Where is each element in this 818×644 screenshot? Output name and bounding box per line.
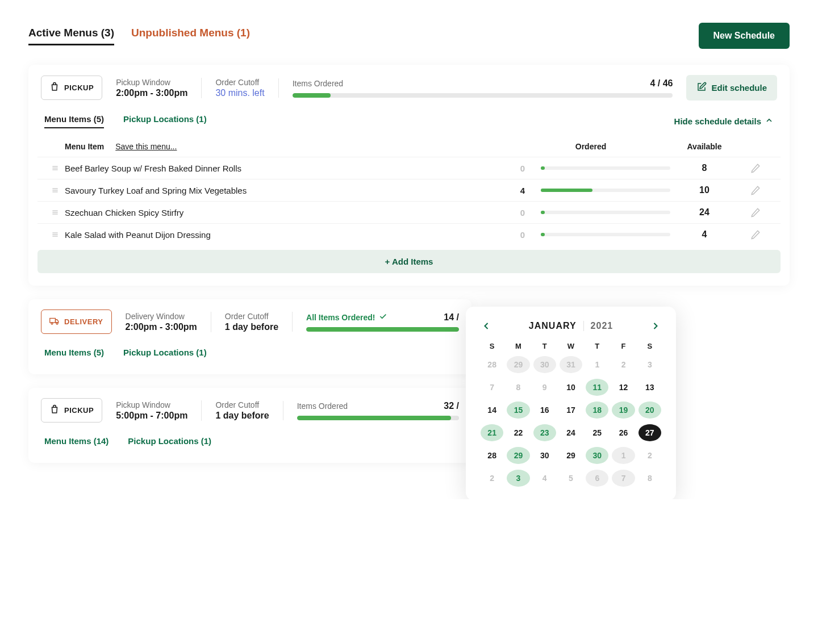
subnav-pickup-locations[interactable]: Pickup Locations (1) <box>128 436 211 449</box>
window-label: Pickup Window <box>116 400 187 409</box>
save-menu-link[interactable]: Save this menu... <box>115 142 177 151</box>
calendar-day[interactable]: 24 <box>560 424 582 441</box>
items-ordered-block: Items Ordered 32 / <box>283 401 459 420</box>
th-menu-item: Menu Item <box>65 142 104 151</box>
items-ordered-label: Items Ordered <box>293 79 343 88</box>
calendar-day[interactable]: 29 <box>507 447 529 464</box>
calendar-day[interactable]: 12 <box>612 379 635 396</box>
calendar-day[interactable]: 1 <box>612 447 635 464</box>
svg-point-13 <box>51 323 53 324</box>
window-label: Pickup Window <box>116 78 187 87</box>
ordered-value: 4 <box>511 186 534 195</box>
calendar-day[interactable]: 21 <box>481 424 503 441</box>
card-subnav: Menu Items (5) Pickup Locations (1) Hide… <box>28 110 790 136</box>
calendar-day[interactable]: 25 <box>586 424 608 441</box>
calendar-month: JANUARY <box>529 321 577 331</box>
calendar-day[interactable]: 30 <box>533 447 556 464</box>
calendar-grid: SMTWTFS282930311237891011121314151617181… <box>481 342 661 487</box>
calendar-day[interactable]: 29 <box>507 356 529 373</box>
calendar-day[interactable]: 30 <box>586 447 608 464</box>
calendar-day[interactable]: 20 <box>638 402 661 419</box>
calendar-day[interactable]: 9 <box>533 379 556 396</box>
add-items-button[interactable]: + Add Items <box>37 250 781 273</box>
window-value: 2:00pm - 3:00pm <box>116 88 187 98</box>
cutoff-label: Order Cutoff <box>225 312 278 321</box>
drag-handle-icon[interactable] <box>45 164 65 172</box>
calendar-day[interactable]: 4 <box>533 470 556 487</box>
calendar-day[interactable]: 8 <box>638 470 661 487</box>
calendar-day[interactable]: 18 <box>586 402 608 419</box>
calendar-day[interactable]: 2 <box>481 470 503 487</box>
drag-handle-icon[interactable] <box>45 208 65 216</box>
calendar-day[interactable]: 28 <box>481 356 503 373</box>
calendar-title: JANUARY 2021 <box>529 321 613 331</box>
menu-item-name: Szechuan Chicken Spicy Stirfry <box>65 208 511 218</box>
table-row: Szechuan Chicken Spicy Stirfry024 <box>37 201 781 223</box>
calendar-day[interactable]: 13 <box>638 379 661 396</box>
calendar-day[interactable]: 26 <box>612 424 635 441</box>
tab-unpublished-menus[interactable]: Unpublished Menus (1) <box>131 27 250 45</box>
subnav-menu-items[interactable]: Menu Items (5) <box>44 114 104 128</box>
tab-active-menus[interactable]: Active Menus (3) <box>28 27 114 45</box>
items-ordered-count: 14 / <box>444 312 459 323</box>
calendar-day[interactable]: 17 <box>560 402 582 419</box>
calendar-day[interactable]: 27 <box>638 424 661 441</box>
schedule-card-pickup-2: PICKUP Pickup Window 5:00pm - 7:00pm Ord… <box>28 388 471 463</box>
cutoff-label: Order Cutoff <box>215 78 264 87</box>
schedule-summary: DELIVERY Delivery Window 2:00pm - 3:00pm… <box>28 299 471 343</box>
calendar-day[interactable]: 3 <box>507 470 529 487</box>
lower-cards: DELIVERY Delivery Window 2:00pm - 3:00pm… <box>28 299 471 463</box>
calendar-prev-button[interactable] <box>481 320 492 332</box>
calendar-day[interactable]: 6 <box>586 470 608 487</box>
calendar-dow: S <box>638 342 661 350</box>
calendar-day[interactable]: 2 <box>612 356 635 373</box>
items-ordered-count: 4 / 46 <box>650 78 673 89</box>
calendar-day[interactable]: 2 <box>638 447 661 464</box>
calendar-day[interactable]: 14 <box>481 402 503 419</box>
hide-schedule-details[interactable]: Hide schedule details <box>674 116 774 127</box>
edit-row-icon[interactable] <box>738 207 773 218</box>
items-ordered-count: 32 / <box>444 401 459 411</box>
available-value: 8 <box>670 163 738 173</box>
new-schedule-button[interactable]: New Schedule <box>699 23 790 49</box>
calendar-day[interactable]: 3 <box>638 356 661 373</box>
edit-schedule-button[interactable]: Edit schedule <box>686 75 777 101</box>
edit-row-icon[interactable] <box>738 185 773 195</box>
subnav-pickup-locations[interactable]: Pickup Locations (1) <box>123 348 207 361</box>
calendar-day[interactable]: 31 <box>560 356 582 373</box>
calendar-day[interactable]: 16 <box>533 402 556 419</box>
calendar-day[interactable]: 23 <box>533 424 556 441</box>
calendar-day[interactable]: 5 <box>560 470 582 487</box>
calendar-dow: S <box>481 342 503 350</box>
edit-row-icon[interactable] <box>738 163 773 173</box>
calendar-day[interactable]: 11 <box>586 379 608 396</box>
calendar-day[interactable]: 22 <box>507 424 529 441</box>
subnav-menu-items[interactable]: Menu Items (5) <box>44 348 104 361</box>
calendar-next-button[interactable] <box>650 320 661 332</box>
available-value: 24 <box>670 207 738 218</box>
drag-handle-icon[interactable] <box>45 231 65 239</box>
calendar-day[interactable]: 10 <box>560 379 582 396</box>
calendar-day[interactable]: 19 <box>612 402 635 419</box>
subnav-pickup-locations[interactable]: Pickup Locations (1) <box>123 114 207 128</box>
calendar-day[interactable]: 7 <box>481 379 503 396</box>
calendar-day[interactable]: 7 <box>612 470 635 487</box>
schedule-card-pickup-1: PICKUP Pickup Window 2:00pm - 3:00pm Ord… <box>28 65 790 286</box>
hide-details-label: Hide schedule details <box>674 116 761 126</box>
progress-fill <box>297 416 451 420</box>
calendar-day[interactable]: 8 <box>507 379 529 396</box>
calendar-day[interactable]: 28 <box>481 447 503 464</box>
table-row: Savoury Turkey Loaf and Spring Mix Veget… <box>37 179 781 201</box>
ordered-value: 0 <box>511 230 534 240</box>
items-progress <box>293 93 673 98</box>
ordered-value: 0 <box>511 208 534 218</box>
schedule-summary: PICKUP Pickup Window 5:00pm - 7:00pm Ord… <box>28 388 471 432</box>
calendar-day[interactable]: 15 <box>507 402 529 419</box>
calendar-day[interactable]: 1 <box>586 356 608 373</box>
calendar-day[interactable]: 29 <box>560 447 582 464</box>
edit-row-icon[interactable] <box>738 229 773 240</box>
subnav-menu-items[interactable]: Menu Items (14) <box>44 436 108 449</box>
drag-handle-icon[interactable] <box>45 186 65 194</box>
badge-label: PICKUP <box>64 406 94 415</box>
calendar-day[interactable]: 30 <box>533 356 556 373</box>
